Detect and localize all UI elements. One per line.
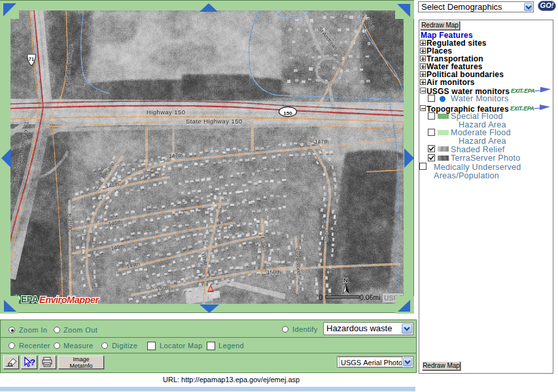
svg-text:EXIT EPA: EXIT EPA: [510, 105, 534, 112]
svg-text:EXIT EPA: EXIT EPA: [511, 88, 535, 94]
svg-text:?: ?: [30, 357, 35, 367]
